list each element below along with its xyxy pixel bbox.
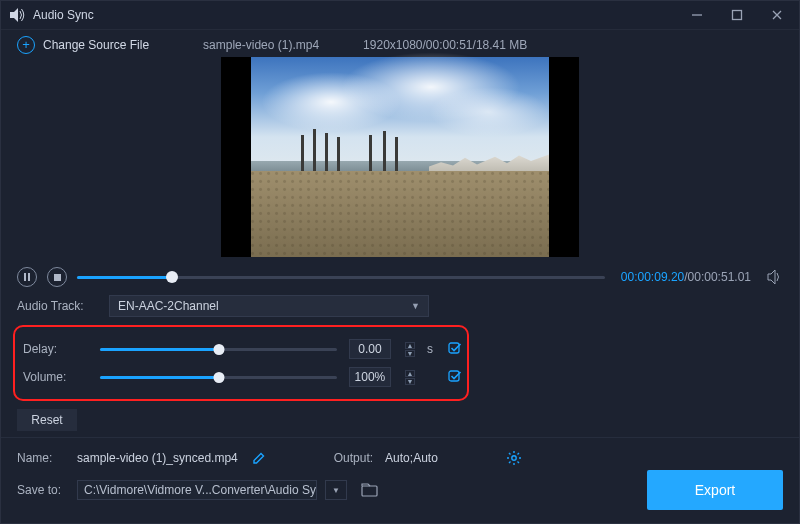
minimize-button[interactable]: [685, 3, 709, 27]
export-button[interactable]: Export: [647, 470, 783, 510]
volume-row: Volume: 100% ▲▼: [19, 363, 463, 391]
volume-slider[interactable]: [100, 370, 336, 384]
stop-button[interactable]: [47, 267, 67, 287]
save-path-dropdown[interactable]: ▼: [325, 480, 347, 500]
window-title: Audio Sync: [33, 8, 94, 22]
reset-button[interactable]: Reset: [17, 409, 77, 431]
plus-icon: +: [17, 36, 35, 54]
save-to-label: Save to:: [17, 483, 69, 497]
spinner-down-icon[interactable]: ▼: [405, 350, 415, 357]
svg-rect-1: [733, 11, 742, 20]
audio-track-row: Audio Track: EN-AAC-2Channel ▼: [1, 289, 799, 323]
volume-value[interactable]: 100%: [349, 367, 391, 387]
seek-slider[interactable]: [77, 269, 605, 285]
close-button[interactable]: [765, 3, 789, 27]
output-value: Auto;Auto: [385, 451, 438, 465]
transport-bar: 00:00:09.20/00:00:51.01: [1, 261, 799, 289]
video-preview[interactable]: [221, 57, 579, 257]
name-label: Name:: [17, 451, 69, 465]
chevron-down-icon: ▼: [411, 301, 420, 311]
source-metadata: 1920x1080/00:00:51/18.41 MB: [363, 38, 527, 52]
edit-name-button[interactable]: [252, 451, 266, 465]
output-label: Output:: [334, 451, 373, 465]
highlighted-panel: Delay: 0.00 ▲▼ s Volume: 100% ▲▼: [13, 325, 469, 401]
volume-spinner[interactable]: ▲▼: [405, 370, 415, 385]
output-settings-button[interactable]: [506, 450, 522, 466]
source-file-name: sample-video (1).mp4: [203, 38, 319, 52]
delay-value[interactable]: 0.00: [349, 339, 391, 359]
titlebar: Audio Sync: [1, 1, 799, 29]
svg-rect-5: [362, 486, 377, 496]
spinner-down-icon[interactable]: ▼: [405, 378, 415, 385]
spinner-up-icon[interactable]: ▲: [405, 342, 415, 349]
volume-label: Volume:: [19, 370, 88, 384]
play-pause-button[interactable]: [17, 267, 37, 287]
save-path[interactable]: C:\Vidmore\Vidmore V...Converter\Audio S…: [77, 480, 317, 500]
time-display: 00:00:09.20/00:00:51.01: [621, 270, 751, 284]
maximize-button[interactable]: [725, 3, 749, 27]
delay-spinner[interactable]: ▲▼: [405, 342, 415, 357]
spinner-up-icon[interactable]: ▲: [405, 370, 415, 377]
audio-track-select[interactable]: EN-AAC-2Channel ▼: [109, 295, 429, 317]
change-source-button[interactable]: + Change Source File: [17, 36, 149, 54]
apply-all-icon[interactable]: [448, 341, 463, 357]
output-name: sample-video (1)_synced.mp4: [77, 451, 238, 465]
audio-track-label: Audio Track:: [17, 299, 97, 313]
delay-label: Delay:: [19, 342, 88, 356]
change-source-label: Change Source File: [43, 38, 149, 52]
open-folder-button[interactable]: [361, 483, 379, 497]
apply-all-icon[interactable]: [448, 369, 463, 385]
delay-unit: s: [427, 342, 436, 356]
delay-row: Delay: 0.00 ▲▼ s: [19, 335, 463, 363]
svg-point-4: [512, 456, 516, 460]
app-icon: [7, 5, 27, 25]
volume-icon[interactable]: [767, 270, 783, 284]
footer: Name: sample-video (1)_synced.mp4 Output…: [1, 437, 799, 510]
delay-slider[interactable]: [100, 342, 336, 356]
audio-track-value: EN-AAC-2Channel: [118, 299, 219, 313]
